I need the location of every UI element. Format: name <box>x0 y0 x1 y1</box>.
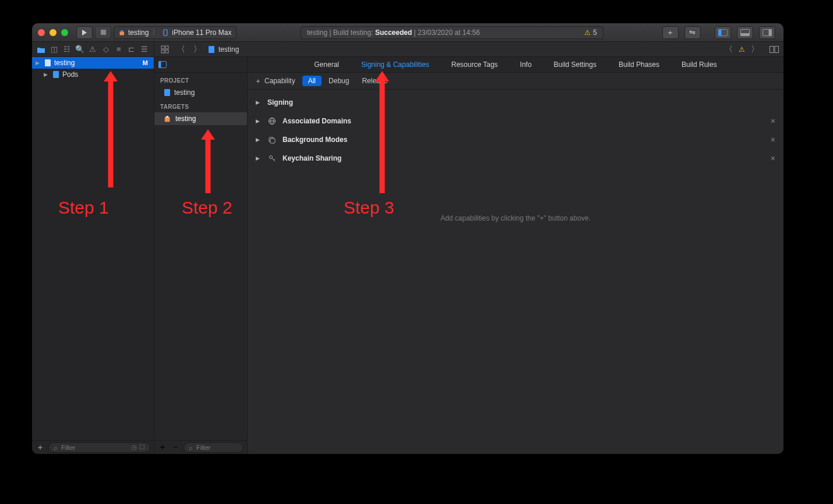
titlebar-right-controls: ＋ ⇋ <box>662 26 778 39</box>
breadcrumb[interactable]: testing <box>208 45 239 54</box>
disclosure-triangle-icon[interactable]: ▶ <box>256 137 262 143</box>
tab-info[interactable]: Info <box>519 58 533 71</box>
test-navigator-icon[interactable]: ◇ <box>101 44 111 54</box>
targets-sidebar: PROJECT testing TARGETS testing ＋ － ⌕ Fi… <box>154 57 248 454</box>
svg-rect-2 <box>120 31 125 35</box>
status-warning-badge[interactable]: ⚠ 5 <box>584 29 597 37</box>
toggle-targets-list-icon[interactable] <box>158 60 167 69</box>
nav-forward-button[interactable]: 〉 <box>192 44 203 55</box>
toggle-debug-area-button[interactable] <box>737 26 753 39</box>
editor-location-bar: 〈 〉 testing <box>154 42 720 56</box>
capability-toolbar: ＋ Capability All Debug Release <box>248 73 783 90</box>
svg-rect-1 <box>101 30 106 35</box>
warning-count: 5 <box>593 29 597 37</box>
svg-rect-29 <box>270 139 275 143</box>
disclosure-triangle-icon[interactable]: ▶ <box>256 100 262 105</box>
issue-navigator-icon[interactable]: ⚠ <box>88 44 97 54</box>
jump-forward-icon[interactable]: 〉 <box>751 44 759 55</box>
remove-capability-button[interactable]: × <box>771 135 775 144</box>
main-body: ▶ testing M ▶ Pods ＋ ⌕ Filter ◷☐ <box>32 57 783 454</box>
find-navigator-icon[interactable]: 🔍 <box>75 44 84 54</box>
code-review-button[interactable]: ⇋ <box>684 26 701 39</box>
scheme-separator: 〉 <box>152 27 159 37</box>
capability-row-background-modes[interactable]: ▶ Background Modes × <box>256 130 775 149</box>
capability-name: Signing <box>267 98 293 107</box>
tab-resource-tags[interactable]: Resource Tags <box>450 58 499 71</box>
report-navigator-icon[interactable]: ☰ <box>140 44 149 54</box>
project-editor: General Signing & Capabilities Resource … <box>248 57 783 454</box>
close-window-button[interactable] <box>38 29 45 36</box>
minimize-window-button[interactable] <box>50 29 57 36</box>
project-tree[interactable]: ▶ testing M ▶ Pods <box>32 57 154 440</box>
breadcrumb-item: testing <box>218 45 239 54</box>
svg-rect-12 <box>165 46 168 49</box>
capability-row-associated-domains[interactable]: ▶ Associated Domains × <box>256 112 775 130</box>
editor-layout-icon[interactable] <box>770 46 779 53</box>
target-filter-input[interactable]: ⌕ Filter <box>183 442 243 453</box>
project-row[interactable]: testing <box>154 86 247 99</box>
activity-status-bar[interactable]: testing | Build testing: Succeeded | 23/… <box>301 26 603 39</box>
jump-back-icon[interactable]: 〈 <box>725 44 733 55</box>
segment-release[interactable]: Release <box>356 76 393 86</box>
editor-options: 〈 ⚠ 〉 <box>720 42 783 56</box>
debug-navigator-icon[interactable]: ≡ <box>114 44 123 54</box>
disclosure-triangle-icon[interactable]: ▶ <box>44 72 50 77</box>
remove-capability-button[interactable]: × <box>771 154 775 163</box>
capability-row-signing[interactable]: ▶ Signing <box>256 93 775 112</box>
disclosure-triangle-icon[interactable]: ▶ <box>256 155 262 161</box>
tab-build-settings[interactable]: Build Settings <box>553 58 598 71</box>
add-capability-button[interactable]: ＋ Capability <box>255 76 295 86</box>
related-items-icon[interactable] <box>159 44 171 55</box>
project-navigator-icon[interactable] <box>37 44 46 54</box>
toggle-navigator-button[interactable] <box>715 26 731 39</box>
library-plus-button[interactable]: ＋ <box>662 26 679 39</box>
search-icon: ⌕ <box>54 444 58 451</box>
capabilities-hint: Add capabilities by clicking the "+" but… <box>256 214 775 222</box>
add-target-button[interactable]: ＋ <box>158 441 167 453</box>
disclosure-triangle-icon[interactable]: ▶ <box>256 118 262 124</box>
nav-row: ◫ ☷ 🔍 ⚠ ◇ ≡ ⊏ ☰ 〈 〉 testing 〈 ⚠ 〉 <box>32 42 783 57</box>
breakpoint-navigator-icon[interactable]: ⊏ <box>127 44 136 54</box>
key-icon <box>267 154 277 162</box>
svg-rect-10 <box>768 29 771 36</box>
symbol-navigator-icon[interactable]: ☷ <box>62 44 72 54</box>
xcodeproj-icon <box>164 88 171 97</box>
tab-build-rules[interactable]: Build Rules <box>680 58 718 71</box>
status-timestamp: 23/03/2020 at 14:56 <box>418 29 480 37</box>
stop-button[interactable] <box>95 26 111 39</box>
file-filter-input[interactable]: ⌕ Filter ◷☐ <box>48 442 150 453</box>
remove-target-button[interactable]: － <box>171 441 180 453</box>
target-row[interactable]: testing <box>154 112 247 125</box>
tree-row-project[interactable]: ▶ testing M <box>32 57 154 69</box>
segment-debug[interactable]: Debug <box>323 76 355 86</box>
tab-build-phases[interactable]: Build Phases <box>617 58 661 71</box>
segment-all[interactable]: All <box>302 76 322 86</box>
scheme-target: testing <box>128 29 149 37</box>
svg-rect-8 <box>740 33 749 36</box>
nav-back-button[interactable]: 〈 <box>175 44 187 55</box>
scheme-selector[interactable]: testing 〉 iPhone 11 Pro Max <box>114 26 237 39</box>
capabilities-list: ▶ Signing ▶ Associated Domains × ▶ Backg… <box>248 90 783 226</box>
remove-capability-button[interactable]: × <box>771 116 775 126</box>
tab-general[interactable]: General <box>313 58 340 71</box>
scm-filter-icon[interactable]: ☐ <box>139 443 145 451</box>
targets-sidebar-header <box>154 57 247 73</box>
toggle-inspectors-button[interactable] <box>759 26 775 39</box>
zoom-window-button[interactable] <box>61 29 68 36</box>
disclosure-triangle-icon[interactable]: ▶ <box>36 60 41 66</box>
svg-rect-16 <box>770 46 774 52</box>
scheme-device: iPhone 11 Pro Max <box>172 29 231 37</box>
xcodeproj-icon <box>208 45 215 54</box>
capability-name: Keychain Sharing <box>283 154 341 162</box>
recent-filter-icon[interactable]: ◷ <box>131 443 137 451</box>
tree-row-pods[interactable]: ▶ Pods <box>32 69 154 80</box>
warning-icon: ⚠ <box>584 29 591 37</box>
project-name: testing <box>174 88 195 97</box>
run-button[interactable] <box>76 26 93 39</box>
capability-row-keychain-sharing[interactable]: ▶ Keychain Sharing × <box>256 149 775 168</box>
add-file-button[interactable]: ＋ <box>36 442 45 453</box>
source-control-navigator-icon[interactable]: ◫ <box>50 44 59 54</box>
mini-warning-icon[interactable]: ⚠ <box>739 45 745 54</box>
svg-rect-14 <box>165 50 168 53</box>
tab-signing-capabilities[interactable]: Signing & Capabilities <box>360 58 430 71</box>
